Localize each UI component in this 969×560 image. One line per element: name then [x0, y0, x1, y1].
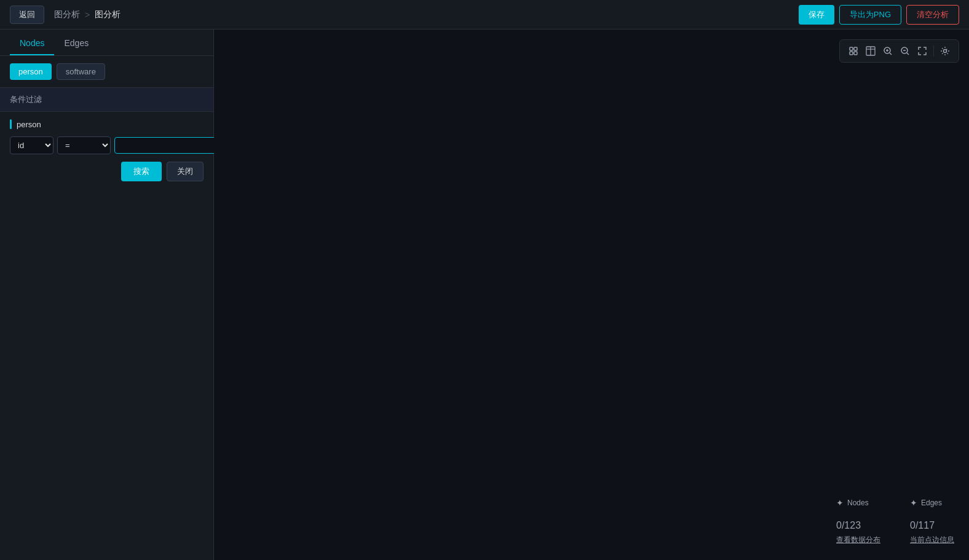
filter-row: id name age = != > < contains ⊕ — [10, 136, 204, 154]
breadcrumb-current: 图分析 — [95, 9, 121, 20]
svg-line-10 — [890, 53, 892, 55]
tab-edges[interactable]: Edges — [54, 30, 98, 55]
nodes-icon: ✦ — [836, 498, 844, 508]
graph-area[interactable]: ✦ Nodes 0/123 查看数据分布 ✦ Edges 0/117 当前点边信… — [214, 30, 969, 560]
tab-bar: Nodes Edges — [0, 30, 213, 56]
svg-rect-0 — [850, 47, 853, 50]
zoom-in-icon[interactable] — [880, 44, 895, 58]
edges-count: 0/117 — [910, 510, 954, 532]
export-png-button[interactable]: 导出为PNG — [839, 5, 901, 25]
svg-rect-2 — [850, 52, 853, 55]
settings-icon[interactable] — [938, 44, 952, 58]
filter-value-input[interactable] — [114, 137, 229, 154]
toolbar-separator — [933, 45, 934, 57]
fit-view-icon[interactable] — [846, 44, 861, 58]
edges-stat-block: ✦ Edges 0/117 当前点边信息 — [910, 498, 954, 545]
filter-operator-select[interactable]: = != > < contains — [57, 136, 111, 154]
nodes-count: 0/123 — [836, 510, 880, 532]
main-layout: Nodes Edges person software 条件过滤 person … — [0, 30, 969, 560]
back-button[interactable]: 返回 — [10, 6, 44, 24]
zoom-out-icon[interactable] — [898, 44, 912, 58]
edges-label: Edges — [921, 499, 942, 507]
filter-section-label: 条件过滤 — [10, 95, 42, 104]
nodes-label: Nodes — [847, 499, 869, 507]
tab-nodes[interactable]: Nodes — [10, 30, 54, 55]
filter-field-select[interactable]: id name age — [10, 136, 53, 154]
filter-section-header: 条件过滤 — [0, 87, 213, 112]
nodes-distribution-link[interactable]: 查看数据分布 — [836, 535, 880, 545]
node-type-person-button[interactable]: person — [10, 63, 52, 80]
header-actions: 保存 导出为PNG 清空分析 — [799, 5, 959, 25]
header: 返回 图分析 > 图分析 保存 导出为PNG 清空分析 — [0, 0, 969, 30]
search-button[interactable]: 搜索 — [121, 162, 162, 181]
breadcrumb-parent: 图分析 — [54, 9, 80, 20]
filter-panel: person id name age = != > < contains ⊕ — [0, 112, 213, 189]
node-type-software-button[interactable]: software — [57, 63, 105, 80]
edges-icon: ✦ — [910, 498, 917, 508]
save-button[interactable]: 保存 — [799, 5, 834, 25]
svg-rect-1 — [854, 47, 857, 50]
clear-analysis-button[interactable]: 清空分析 — [906, 5, 959, 25]
filter-actions: 搜索 关闭 — [10, 162, 204, 181]
nodes-stat-block: ✦ Nodes 0/123 查看数据分布 — [836, 498, 880, 545]
table-view-icon[interactable] — [863, 44, 878, 58]
expand-icon[interactable] — [915, 44, 930, 58]
svg-line-13 — [907, 53, 909, 55]
nodes-count-total: /123 — [842, 520, 861, 530]
node-type-bar: person software — [0, 56, 213, 87]
svg-point-14 — [944, 50, 947, 53]
edges-info-link[interactable]: 当前点边信息 — [910, 535, 954, 545]
left-panel: Nodes Edges person software 条件过滤 person … — [0, 30, 214, 560]
filter-entity-name: person — [17, 120, 41, 129]
nodes-stat-header: ✦ Nodes — [836, 498, 880, 508]
graph-stats: ✦ Nodes 0/123 查看数据分布 ✦ Edges 0/117 当前点边信… — [836, 498, 954, 545]
nodes-count-value: 0 — [836, 520, 842, 530]
filter-entity-label: person — [10, 119, 204, 129]
breadcrumb-separator: > — [85, 10, 90, 20]
edges-count-value: 0 — [910, 520, 916, 530]
graph-toolbar — [839, 39, 959, 63]
edges-stat-header: ✦ Edges — [910, 498, 954, 508]
edges-count-total: /117 — [916, 520, 935, 530]
svg-rect-3 — [854, 52, 857, 55]
breadcrumb: 图分析 > 图分析 — [54, 9, 121, 20]
close-filter-button[interactable]: 关闭 — [167, 162, 204, 181]
